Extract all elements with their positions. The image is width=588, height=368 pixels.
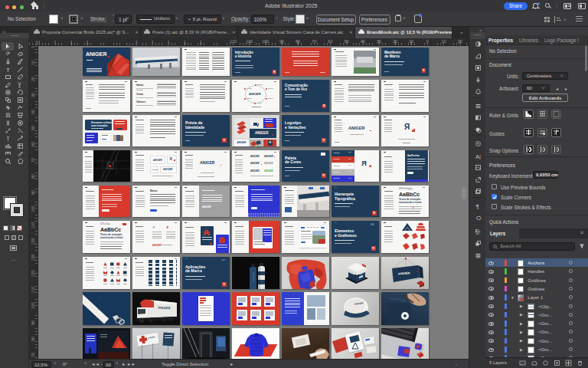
svg-text:¶: ¶ <box>475 202 479 209</box>
svg-text:A|: A| <box>475 153 481 159</box>
svg-text:T: T <box>6 67 10 73</box>
svg-text:O: O <box>476 215 481 222</box>
